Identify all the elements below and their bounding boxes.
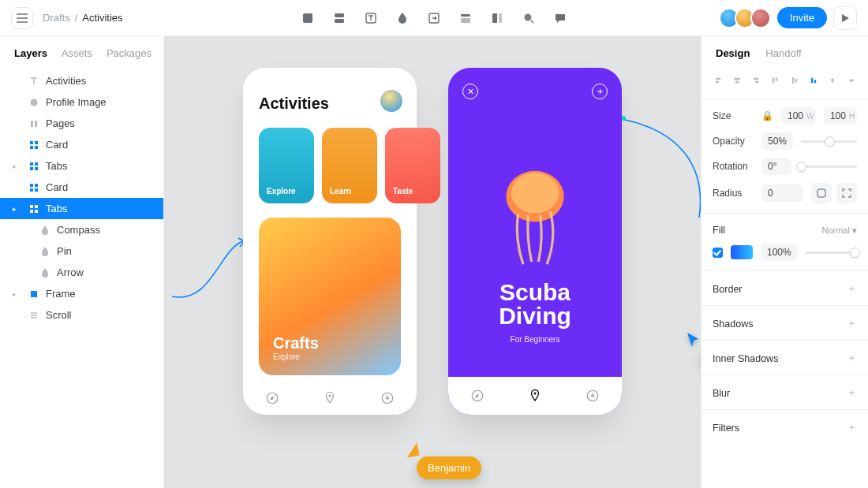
layer-item[interactable]: Card	[0, 177, 163, 198]
radius-field[interactable]: 0	[761, 184, 803, 202]
fill-section-header: Fill Normal ▾	[702, 214, 868, 236]
svg-rect-28	[35, 210, 38, 213]
align-hcenter-icon[interactable]	[731, 73, 743, 88]
layer-item[interactable]: Profile Image	[0, 91, 163, 113]
tab-handoff[interactable]: Handoff	[765, 47, 801, 59]
layer-item[interactable]: Pin	[0, 240, 163, 262]
plus-icon[interactable]: ＋	[847, 386, 857, 400]
radius-uniform-button[interactable]	[811, 183, 832, 203]
svg-rect-2	[335, 19, 344, 23]
distribute-h-icon[interactable]	[827, 73, 838, 88]
stack-tool-icon[interactable]	[331, 10, 347, 26]
plus-icon[interactable]: ＋	[847, 317, 857, 330]
breadcrumb-current[interactable]: Activities	[82, 12, 122, 24]
plus-icon[interactable]: ＋	[847, 352, 857, 365]
layer-label: Tabs	[46, 203, 67, 214]
align-bottom-icon[interactable]	[808, 73, 819, 88]
svg-point-37	[533, 393, 536, 395]
collaborator-cursor-label: Benjamin	[417, 456, 481, 479]
drop-icon	[39, 225, 51, 236]
svg-rect-19	[30, 167, 33, 170]
collaborator-cursor-icon	[687, 332, 701, 348]
svg-rect-6	[461, 18, 470, 23]
svg-rect-18	[35, 162, 38, 166]
layer-item[interactable]: ▸Frame	[0, 283, 163, 304]
tab-design[interactable]: Design	[716, 47, 750, 59]
avatar[interactable]	[750, 8, 771, 28]
layout-tool-icon[interactable]	[458, 10, 473, 26]
layer-item[interactable]: Pages	[0, 113, 163, 134]
svg-rect-12	[35, 121, 37, 127]
opacity-slider[interactable]	[801, 140, 857, 143]
featured-card: Crafts Explore	[259, 218, 401, 375]
layer-item[interactable]: Card	[0, 134, 163, 155]
caret-icon[interactable]: ▸	[13, 205, 17, 213]
align-left-icon[interactable]	[713, 73, 724, 88]
layer-label: Arrow	[57, 266, 84, 278]
lock-icon[interactable]: 🔒	[761, 110, 773, 121]
fill-enabled-checkbox[interactable]	[713, 248, 723, 258]
align-top-icon[interactable]	[769, 73, 780, 88]
rotation-field[interactable]: 0°	[761, 158, 791, 175]
layer-item[interactable]: ▸Tabs	[0, 155, 163, 177]
comment-tool-icon[interactable]	[552, 10, 568, 26]
tab-packages[interactable]: Packages	[107, 47, 152, 59]
shadows-section[interactable]: Shadows＋	[702, 306, 868, 330]
card-taste: Taste	[385, 128, 440, 203]
drop-tool-icon[interactable]	[395, 10, 410, 26]
fill-swatch[interactable]	[731, 245, 753, 259]
distribute-v-icon[interactable]	[846, 73, 857, 88]
topbar: Drafts / Activities Invite	[0, 0, 868, 36]
radius-row: Radius 0	[702, 175, 868, 203]
import-tool-icon[interactable]	[426, 10, 442, 26]
play-button[interactable]	[833, 6, 857, 30]
rectangle-tool-icon[interactable]	[300, 10, 316, 26]
play-icon	[840, 13, 850, 23]
layer-label: Card	[46, 139, 68, 151]
tab-assets[interactable]: Assets	[62, 47, 92, 59]
align-vcenter-icon[interactable]	[789, 73, 800, 88]
plus-icon[interactable]: ＋	[847, 282, 857, 296]
tab-layers[interactable]: Layers	[14, 47, 47, 59]
border-section[interactable]: Border＋	[702, 271, 868, 296]
layer-item[interactable]: Arrow	[0, 262, 163, 283]
panel-tool-icon[interactable]	[489, 10, 505, 26]
radius-independent-button[interactable]	[836, 183, 857, 203]
main-menu-button[interactable]	[11, 7, 33, 29]
breadcrumb: Drafts / Activities	[43, 12, 123, 24]
layer-item[interactable]: Activities	[0, 70, 163, 91]
plus-icon[interactable]: ＋	[847, 421, 857, 434]
caret-icon[interactable]: ▸	[13, 290, 17, 298]
rotation-slider[interactable]	[799, 166, 857, 168]
canvas[interactable]: Activities Explore Learn Taste Crafts Ex…	[164, 36, 701, 488]
grid-icon	[28, 203, 39, 214]
search-tool-icon[interactable]	[521, 10, 537, 26]
blend-mode-dropdown[interactable]: Normal ▾	[821, 225, 857, 236]
svg-rect-29	[31, 291, 37, 297]
inner-shadows-section[interactable]: Inner Shadows＋	[702, 341, 868, 365]
fill-opacity-slider[interactable]	[806, 251, 857, 254]
artboard-activities[interactable]: Activities Explore Learn Taste Crafts Ex…	[243, 68, 417, 415]
filters-section[interactable]: Filters＋	[702, 410, 868, 434]
text-tool-icon[interactable]	[363, 10, 379, 26]
align-right-icon[interactable]	[750, 73, 761, 88]
pin-icon	[323, 391, 337, 405]
size-label: Size	[713, 110, 754, 121]
breadcrumb-parent[interactable]: Drafts	[43, 12, 70, 24]
layer-item[interactable]: Compass	[0, 219, 163, 240]
opacity-field[interactable]: 50%	[761, 132, 793, 150]
invite-button[interactable]: Invite	[777, 7, 827, 28]
width-field[interactable]: 100W	[781, 107, 816, 125]
blur-section[interactable]: Blur＋	[702, 375, 868, 400]
collaborator-avatars[interactable]	[724, 8, 771, 28]
layer-item[interactable]: Scroll	[0, 304, 163, 326]
height-field[interactable]: 100H	[824, 107, 857, 125]
fill-opacity-field[interactable]: 100%	[761, 244, 798, 261]
layer-item[interactable]: ▸Tabs	[0, 198, 163, 219]
caret-icon[interactable]: ▸	[13, 162, 17, 170]
layer-label: Frame	[46, 288, 76, 300]
artboard-scuba[interactable]: ✕ ＋ ScubaDiving For Beginners	[448, 68, 622, 415]
text-icon	[28, 76, 39, 87]
toolbar	[300, 10, 568, 26]
svg-rect-0	[303, 13, 312, 23]
